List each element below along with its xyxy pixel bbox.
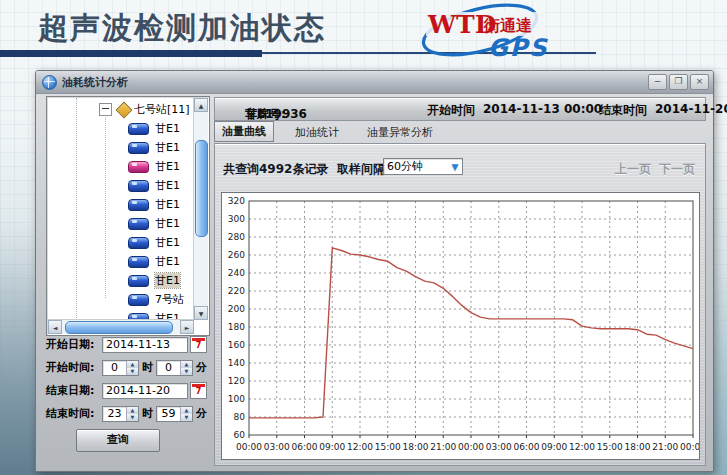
next-page-link[interactable]: 下一页: [659, 161, 695, 178]
spin-up-icon[interactable]: ▲: [127, 361, 138, 368]
svg-text:140: 140: [228, 358, 245, 368]
svg-text:220: 220: [228, 286, 245, 296]
start-date-label: 开始日期:: [46, 337, 102, 352]
spin-down-icon[interactable]: ▼: [181, 368, 192, 375]
svg-text:300: 300: [228, 214, 245, 224]
svg-text:09:00: 09:00: [541, 442, 567, 452]
sample-interval-label: 取样间隔: [337, 161, 385, 178]
globe-icon: [42, 75, 57, 90]
end-date-input[interactable]: 2014-11-20: [102, 383, 188, 399]
tree-node-vehicle[interactable]: 甘E1: [48, 271, 194, 290]
vehicle-tree-panel: 七号站[11]甘E1甘E1甘E1甘E1甘E1甘E1甘E1甘E1甘E17号站甘E1…: [46, 96, 210, 336]
tree-node-vehicle[interactable]: 甘E1: [48, 138, 194, 157]
scrollbar-thumb[interactable]: [195, 140, 208, 237]
svg-text:06:00: 06:00: [292, 442, 318, 452]
end-date-calendar-button[interactable]: 7: [190, 382, 207, 399]
scroll-up-icon[interactable]: ▲: [194, 98, 208, 112]
tree-node-vehicle[interactable]: 甘E1: [48, 214, 194, 233]
scroll-left-icon[interactable]: ◄: [48, 320, 62, 334]
vehicle-icon: [128, 294, 149, 306]
tree-node-vehicle[interactable]: 甘E1: [48, 233, 194, 252]
hour-unit-label: 时: [142, 406, 153, 421]
scroll-right-icon[interactable]: ►: [180, 320, 194, 334]
tree-node-vehicle[interactable]: 甘E1: [48, 119, 194, 138]
start-hour-stepper[interactable]: 0 ▲▼: [102, 360, 139, 376]
spin-up-icon[interactable]: ▲: [127, 407, 138, 414]
scrollbar-thumb[interactable]: [65, 321, 173, 334]
start-minute-stepper[interactable]: 0 ▲▼: [156, 360, 193, 376]
svg-text:15:00: 15:00: [597, 442, 623, 452]
close-button[interactable]: ×: [690, 74, 709, 90]
end-minute-stepper[interactable]: 59 ▲▼: [156, 406, 193, 422]
tree-node-vehicle[interactable]: 甘E1: [48, 195, 194, 214]
vehicle-tree[interactable]: 七号站[11]甘E1甘E1甘E1甘E1甘E1甘E1甘E1甘E1甘E17号站甘E1: [48, 98, 194, 320]
spin-down-icon[interactable]: ▼: [127, 414, 138, 421]
tree-vertical-scrollbar[interactable]: ▲ ▼: [193, 98, 208, 320]
svg-text:21:00: 21:00: [430, 442, 456, 452]
tree-node-label: 甘E1: [155, 121, 180, 136]
svg-text:100: 100: [228, 394, 245, 404]
restore-button[interactable]: ❐: [669, 74, 688, 90]
vehicle-icon: [128, 123, 149, 135]
tree-horizontal-scrollbar[interactable]: ◄ ►: [48, 319, 194, 334]
record-count: 共查询4992条记录: [223, 161, 328, 178]
spin-down-icon[interactable]: ▼: [127, 368, 138, 375]
svg-text:18:00: 18:00: [625, 442, 651, 452]
vehicle-icon: [128, 218, 149, 230]
svg-text:00:00: 00:00: [458, 442, 484, 452]
svg-text:18:00: 18:00: [403, 442, 429, 452]
start-time-value: 2014-11-13 00:00: [483, 102, 602, 116]
end-hour-stepper[interactable]: 23 ▲▼: [102, 406, 139, 422]
tree-node-label: 甘E1: [155, 197, 180, 212]
tree-node-label: 七号站[11]: [134, 102, 190, 117]
vehicle-icon: [128, 161, 149, 173]
start-date-calendar-button[interactable]: 7: [190, 336, 207, 353]
tab-fuel-anomaly[interactable]: 油量异常分析: [360, 123, 440, 142]
fuel-curve-panel: 共查询4992条记录 取样间隔 60分钟 ▼ 上一页 下一页 608010012…: [214, 143, 706, 466]
vehicle-icon: [128, 275, 149, 287]
query-button[interactable]: 查询: [76, 429, 160, 452]
minimize-button[interactable]: −: [648, 74, 667, 90]
tree-collapse-icon[interactable]: [99, 103, 112, 116]
tree-node-vehicle[interactable]: 甘E1: [48, 252, 194, 271]
vehicle-icon: [128, 180, 149, 192]
hour-unit-label: 时: [142, 360, 153, 375]
tree-node-vehicle[interactable]: 7号站: [48, 290, 194, 309]
fuel-level-chart: 6080100120140160180200220240260280300320…: [221, 192, 700, 460]
prev-page-link[interactable]: 上一页: [615, 161, 651, 178]
logo-gps-text: GPS: [488, 34, 549, 62]
minute-unit-label: 分: [196, 406, 207, 421]
start-date-input[interactable]: 2014-11-13: [102, 337, 188, 353]
spin-up-icon[interactable]: ▲: [181, 361, 192, 368]
svg-text:200: 200: [228, 304, 245, 314]
tree-node-label: 甘E1: [155, 235, 180, 250]
tree-node-station[interactable]: 七号站[11]: [48, 100, 194, 119]
tab-fuel-curve[interactable]: 油量曲线: [214, 121, 274, 142]
svg-text:260: 260: [228, 250, 245, 260]
svg-text:21:00: 21:00: [652, 442, 678, 452]
svg-text:320: 320: [228, 196, 245, 206]
title-underline-thick: [0, 50, 262, 57]
tree-node-label: 甘E1: [155, 216, 180, 231]
end-time-caption: 结束时间: [599, 102, 647, 119]
svg-text:160: 160: [228, 340, 245, 350]
tree-node-label: 甘E1: [155, 273, 180, 288]
fuel-stats-window: 油耗统计分析 − ❐ × 七号站[11]甘E1甘E1甘E1甘E1甘E1甘E1甘E…: [35, 70, 714, 472]
svg-text:03:00: 03:00: [264, 442, 290, 452]
tab-refuel-stats[interactable]: 加油统计: [288, 123, 346, 142]
spin-up-icon[interactable]: ▲: [181, 407, 192, 414]
window-titlebar[interactable]: 油耗统计分析 − ❐ ×: [36, 71, 713, 94]
end-time-value: 2014-11-20 23:59: [655, 102, 727, 116]
sample-interval-select[interactable]: 60分钟 ▼: [383, 158, 463, 175]
svg-text:12:00: 12:00: [569, 442, 595, 452]
spin-down-icon[interactable]: ▼: [181, 414, 192, 421]
end-date-label: 结束日期:: [46, 383, 102, 398]
vehicle-icon: [128, 142, 149, 154]
tree-node-vehicle[interactable]: 甘E1: [48, 157, 194, 176]
tree-node-label: 甘E1: [155, 178, 180, 193]
analysis-tabs: 油量曲线 加油统计 油量异常分析: [214, 124, 440, 142]
scroll-down-icon[interactable]: ▼: [194, 306, 208, 320]
tree-node-vehicle[interactable]: 甘E1: [48, 176, 194, 195]
dropdown-arrow-icon: ▼: [448, 162, 462, 172]
tree-node-label: 甘E1: [155, 159, 180, 174]
